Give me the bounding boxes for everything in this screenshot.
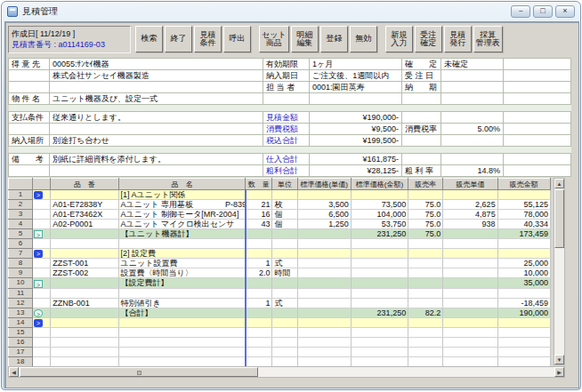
cell-name[interactable] [118, 288, 246, 298]
title-bar[interactable]: 見積管理 － □ × [2, 2, 580, 20]
cell-std_amt[interactable] [351, 337, 408, 347]
payment-field[interactable]: 従来通りとします。 [50, 112, 263, 124]
row-marker-cell[interactable] [33, 347, 51, 356]
cell-qty[interactable]: 2.0 [246, 268, 272, 278]
toolbar-button-0-1[interactable]: 終了 [165, 26, 192, 52]
cell-unit[interactable]: 時間 [272, 268, 297, 278]
cell-qty[interactable]: 43 [246, 220, 272, 229]
row-marker-cell[interactable] [33, 356, 51, 366]
cell-unit[interactable] [272, 190, 297, 200]
cell-code[interactable]: A01-E72838Y [51, 200, 118, 210]
row-marker-cell[interactable] [33, 210, 51, 220]
cell-code[interactable]: A02-P0001 [51, 220, 118, 229]
vertical-scrollbar[interactable]: ▲ ▼ [554, 178, 565, 365]
cell-code[interactable]: ZZST-002 [51, 268, 118, 278]
cell-sale_unit[interactable]: 2,625 [443, 200, 497, 210]
cell-sale_unit[interactable]: 938 [443, 220, 497, 229]
cell-std_unit[interactable]: 3,500 [297, 200, 351, 210]
row-number[interactable]: 9 [9, 268, 33, 278]
cell-qty[interactable] [246, 278, 272, 288]
cell-sale_unit[interactable] [443, 229, 497, 239]
cell-std_unit[interactable] [297, 190, 351, 200]
cell-sale_unit[interactable] [443, 317, 497, 327]
cell-unit[interactable] [272, 337, 297, 347]
cell-std_amt[interactable] [351, 327, 408, 337]
validity-field[interactable]: 1ヶ月 [310, 59, 402, 70]
cell-sale_amt[interactable] [497, 288, 550, 298]
toolbar-button-1-3[interactable]: 無効 [350, 26, 377, 52]
minimize-button[interactable]: － [511, 5, 530, 18]
cell-code[interactable] [51, 308, 118, 317]
row-marker-cell[interactable] [33, 268, 51, 278]
cell-sale_amt[interactable] [497, 327, 550, 337]
cell-rate[interactable] [408, 278, 443, 288]
row-marker-cell[interactable] [33, 220, 51, 229]
row-number[interactable]: 18 [9, 356, 33, 366]
cell-name[interactable]: Aユニット 専用基板 P-839 [118, 200, 246, 210]
cell-name[interactable]: 【合計】 [118, 308, 246, 317]
cell-qty[interactable]: 1 [246, 298, 272, 308]
cell-qty[interactable]: 1 [246, 259, 272, 268]
cell-sale_amt[interactable] [497, 317, 550, 327]
row-marker-cell[interactable] [33, 327, 51, 337]
customer-code-field[interactable]: 00055:ｻﾝｾｲ機器 [50, 59, 263, 70]
cell-code[interactable]: ZZNB-001 [51, 298, 118, 308]
cell-std_unit[interactable] [297, 288, 351, 298]
cell-rate[interactable]: 82.2 [408, 308, 443, 317]
row-marker-cell[interactable]: > [33, 249, 51, 259]
cell-std_amt[interactable] [351, 356, 408, 366]
cell-std_amt[interactable] [351, 298, 408, 308]
cell-rate[interactable] [408, 327, 443, 337]
toolbar-button-1-0[interactable]: セット 商品 [259, 26, 289, 52]
cell-sale_unit[interactable] [443, 308, 497, 317]
cell-std_amt[interactable] [351, 239, 408, 249]
cell-unit[interactable]: 式 [272, 298, 297, 308]
row-marker-cell[interactable]: > [33, 308, 51, 317]
cell-std_amt[interactable]: 231,250 [351, 229, 408, 239]
cell-std_unit[interactable] [297, 259, 351, 268]
cell-sale_amt[interactable] [497, 356, 550, 366]
cell-qty[interactable] [246, 356, 272, 366]
cell-std_unit[interactable] [297, 278, 351, 288]
cell-qty[interactable] [246, 249, 272, 259]
customer-extra-field[interactable] [50, 82, 263, 93]
cell-sale_amt[interactable]: -18,459 [497, 298, 550, 308]
row-number[interactable]: 16 [9, 337, 33, 347]
cell-name[interactable]: 設置費〈時間当り〉 [118, 268, 246, 278]
cell-code[interactable]: A01-E73462X [51, 210, 118, 220]
cell-sale_unit[interactable] [443, 239, 497, 249]
cell-code[interactable] [51, 239, 118, 249]
row-number[interactable]: 8 [9, 259, 33, 268]
cell-sale_amt[interactable]: 78,000 [497, 210, 550, 220]
cell-qty[interactable] [246, 229, 272, 239]
row-number[interactable]: 15 [9, 327, 33, 337]
cell-std_amt[interactable]: 104,000 [351, 210, 408, 220]
cell-sale_unit[interactable] [443, 337, 497, 347]
cell-unit[interactable]: 式 [272, 259, 297, 268]
cell-unit[interactable] [272, 317, 297, 327]
cell-sale_amt[interactable] [497, 347, 550, 356]
cell-sale_unit[interactable] [443, 327, 497, 337]
cell-rate[interactable] [408, 239, 443, 249]
cell-name[interactable]: 【ユニット機器計】 [118, 229, 246, 239]
cell-code[interactable] [51, 229, 118, 239]
cell-name[interactable]: ユニット設置費 [118, 259, 246, 268]
toolbar-button-2-0[interactable]: 新規 入力 [385, 26, 413, 52]
cell-sale_amt[interactable] [497, 190, 550, 200]
cell-name[interactable]: Aユニット 制御モータ[MR-2004] [118, 210, 246, 220]
cell-std_amt[interactable] [351, 259, 408, 268]
delivery-date-field[interactable]: ご注文後、1週間以内 [310, 70, 402, 82]
cell-std_unit[interactable] [297, 249, 351, 259]
row-number[interactable]: 1 [9, 190, 33, 200]
cell-unit[interactable]: 枚 [272, 200, 297, 210]
payment-extra-field[interactable] [50, 124, 263, 135]
cell-sale_amt[interactable]: 35,000 [497, 278, 550, 288]
cell-std_amt[interactable] [351, 288, 408, 298]
subject-field[interactable]: ユニット機器及び、設定一式 [50, 93, 263, 105]
row-number[interactable]: 11 [9, 288, 33, 298]
cell-rate[interactable] [408, 190, 443, 200]
toolbar-button-2-3[interactable]: 採算 管理表 [473, 26, 503, 52]
row-marker-cell[interactable] [33, 298, 51, 308]
cell-std_amt[interactable] [351, 249, 408, 259]
row-number[interactable]: 4 [9, 220, 33, 229]
